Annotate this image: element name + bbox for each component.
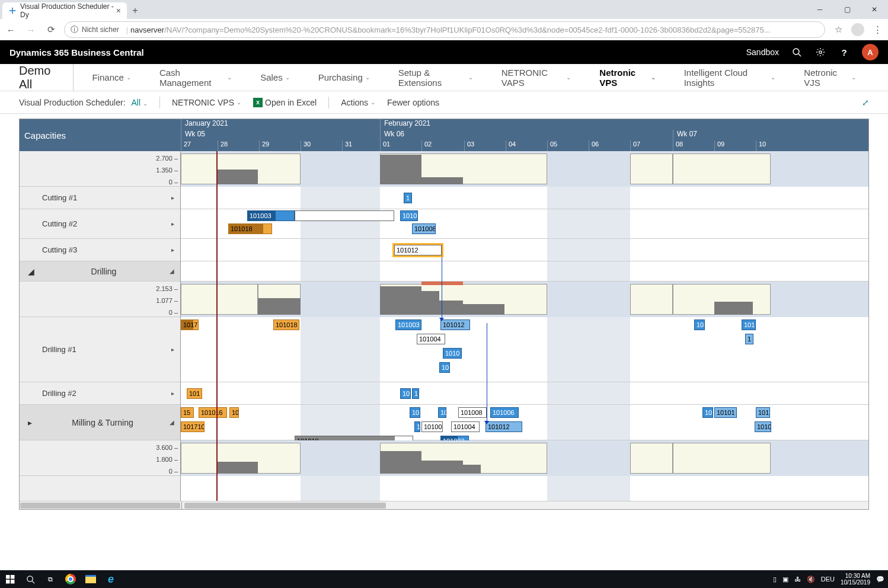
sidebar-row-cutting-3[interactable]: Cutting #3▸ bbox=[20, 239, 180, 261]
search-icon[interactable] bbox=[791, 46, 803, 58]
tray-icon[interactable]: ▣ bbox=[782, 576, 788, 583]
sidebar-row-milling-turning[interactable]: ▸Milling & Turning◢ bbox=[20, 405, 180, 440]
gantt-bar[interactable]: 1017 bbox=[181, 319, 199, 330]
gantt-bar[interactable]: 101710 bbox=[181, 421, 205, 432]
expand-group-icon[interactable]: ◢ bbox=[28, 267, 34, 276]
expand-icon[interactable]: ▸ bbox=[171, 220, 174, 227]
menu-icon[interactable]: ⋮ bbox=[870, 23, 884, 37]
tray-icon[interactable]: ▯ bbox=[773, 576, 777, 583]
close-window-button[interactable]: ✕ bbox=[861, 0, 888, 19]
gantt-bar[interactable]: 101006 bbox=[490, 407, 519, 418]
nav-finance[interactable]: Finance ⌄ bbox=[92, 72, 131, 82]
maximize-button[interactable]: ▢ bbox=[833, 0, 861, 19]
gantt-bar[interactable]: 10101 bbox=[714, 407, 737, 418]
hscroll-main-thumb[interactable] bbox=[184, 503, 386, 509]
back-button[interactable]: ← bbox=[4, 23, 18, 37]
gantt-bar[interactable]: 15 bbox=[181, 407, 194, 418]
company-selector[interactable]: Demo All bbox=[19, 64, 74, 91]
sidebar-row-cutting-2[interactable]: Cutting #2▸ bbox=[20, 209, 180, 239]
taskview-icon[interactable]: ⧉ bbox=[40, 570, 60, 588]
hscroll-side-thumb[interactable] bbox=[20, 503, 180, 509]
gantt-bar[interactable]: 1 bbox=[414, 421, 420, 432]
ie-icon[interactable]: e bbox=[101, 570, 121, 588]
nav-cash-management[interactable]: Cash Management ⌄ bbox=[159, 68, 232, 88]
nav-netronic-vaps[interactable]: NETRONIC VAPS ⌄ bbox=[502, 68, 571, 88]
gantt-bar[interactable]: 101012 bbox=[485, 421, 522, 432]
sidebar-row-drilling-2[interactable]: Drilling #2▸ bbox=[20, 382, 180, 405]
gantt-bar[interactable]: 101 bbox=[742, 319, 756, 330]
nav-netronic-vjs[interactable]: Netronic VJS ⌄ bbox=[804, 68, 856, 88]
tray-sound-icon[interactable]: 🔇 bbox=[807, 576, 815, 583]
avatar[interactable]: A bbox=[862, 44, 879, 60]
gantt-bar[interactable]: 10100 bbox=[400, 210, 418, 221]
gantt-bar[interactable]: 101008 bbox=[412, 223, 436, 234]
minimize-button[interactable]: ─ bbox=[806, 0, 833, 19]
gantt-bar[interactable]: 10 bbox=[438, 407, 446, 418]
tray-network-icon[interactable]: 🖧 bbox=[794, 576, 801, 583]
gantt-bar[interactable]: 10 bbox=[410, 407, 420, 418]
expand-icon[interactable]: ▸ bbox=[171, 390, 174, 397]
gantt-bar[interactable]: 101003 bbox=[247, 210, 295, 221]
nav-setup-extensions[interactable]: Setup & Extensions ⌄ bbox=[398, 68, 473, 88]
nav-purchasing[interactable]: Purchasing ⌄ bbox=[318, 72, 370, 82]
expand-icon[interactable]: ▸ bbox=[171, 346, 174, 353]
gantt-bar[interactable]: 101 bbox=[756, 407, 770, 418]
gantt-main[interactable]: 1101003101001010181010081010121017101018… bbox=[181, 151, 868, 501]
gantt-bar[interactable]: 101016 bbox=[199, 407, 227, 418]
gantt-bar[interactable]: 101018 bbox=[273, 319, 299, 330]
gantt-bar[interactable]: 101008 bbox=[458, 407, 487, 418]
help-icon[interactable]: ? bbox=[838, 46, 850, 58]
gantt-bar[interactable]: 101004 bbox=[417, 334, 445, 344]
gantt-bar[interactable]: 10 bbox=[694, 319, 705, 330]
tray-lang[interactable]: DEU bbox=[821, 576, 835, 583]
sidebar-row-drilling-1[interactable]: Drilling #1▸ bbox=[20, 317, 180, 382]
gantt-bar[interactable]: 10100 bbox=[421, 421, 443, 432]
sidebar-row-cutting-1[interactable]: Cutting #1▸ bbox=[20, 187, 180, 209]
tray-clock[interactable]: 10:30 AM10/15/2019 bbox=[841, 573, 870, 586]
nav-netronic-vps[interactable]: Netronic VPS ⌄ bbox=[599, 68, 655, 88]
tray-notifications-icon[interactable]: 💬 bbox=[876, 576, 884, 583]
browser-tab[interactable]: Visual Production Scheduler - Dy × bbox=[2, 2, 127, 19]
expand-icon[interactable]: ◢ bbox=[170, 268, 174, 274]
actions-dropdown[interactable]: Actions ⌄ bbox=[341, 98, 375, 107]
gantt-bar[interactable]: 10 bbox=[400, 388, 411, 399]
gantt-bar[interactable]: 1 bbox=[412, 388, 419, 399]
chrome-icon[interactable] bbox=[60, 570, 81, 588]
star-icon[interactable]: ☆ bbox=[831, 23, 845, 37]
gantt-bar[interactable]: 101003 bbox=[395, 319, 421, 330]
explorer-icon[interactable] bbox=[81, 570, 101, 588]
search-taskbar-icon[interactable] bbox=[20, 570, 40, 588]
gantt-bar[interactable] bbox=[295, 210, 394, 221]
new-tab-button[interactable]: + bbox=[127, 2, 143, 19]
fewer-options-button[interactable]: Fewer options bbox=[387, 98, 439, 107]
expand-icon[interactable]: ▸ bbox=[171, 194, 174, 201]
gantt-bar[interactable]: 1 bbox=[745, 334, 753, 344]
gantt-bar[interactable]: 1010 bbox=[755, 421, 771, 432]
gantt-bar[interactable]: 101004 bbox=[451, 421, 480, 432]
gantt-bar[interactable]: 101018 bbox=[228, 223, 272, 234]
gantt-bar[interactable]: 10 bbox=[702, 407, 713, 418]
nav-sales[interactable]: Sales ⌄ bbox=[260, 72, 290, 82]
collapse-icon[interactable]: ⤢ bbox=[862, 98, 869, 107]
start-button[interactable] bbox=[0, 570, 20, 588]
gantt-bar[interactable]: 1 bbox=[404, 193, 412, 203]
open-excel-button[interactable]: x Open in Excel bbox=[253, 98, 317, 107]
gantt-bar[interactable]: 10 bbox=[439, 362, 450, 373]
nav-intelligent-cloud-insights[interactable]: Intelligent Cloud Insights ⌄ bbox=[684, 68, 776, 88]
forward-button[interactable]: → bbox=[24, 23, 38, 37]
timeline-calendar[interactable]: January 2021February 2021Wk 05Wk 06Wk 07… bbox=[181, 119, 868, 151]
gantt-bar[interactable]: 101012 bbox=[394, 245, 442, 255]
close-icon[interactable]: × bbox=[116, 6, 121, 15]
gantt-bar[interactable]: 10 bbox=[229, 407, 239, 418]
expand-icon[interactable]: ◢ bbox=[170, 419, 174, 426]
netronic-vps-dropdown[interactable]: NETRONIC VPS ⌄ bbox=[172, 98, 241, 107]
sidebar-row-drilling[interactable]: ◢Drilling◢ bbox=[20, 261, 180, 282]
gantt-bar[interactable]: 101 bbox=[187, 388, 202, 399]
all-dropdown[interactable]: All ⌄ bbox=[132, 98, 148, 107]
profile-icon[interactable] bbox=[851, 23, 864, 36]
gantt-bar[interactable]: 101012 bbox=[440, 319, 470, 330]
gear-icon[interactable] bbox=[814, 46, 826, 58]
gantt-hscroll[interactable] bbox=[20, 501, 868, 509]
expand-icon[interactable]: ▸ bbox=[171, 247, 174, 253]
reload-button[interactable]: ⟳ bbox=[44, 23, 58, 37]
